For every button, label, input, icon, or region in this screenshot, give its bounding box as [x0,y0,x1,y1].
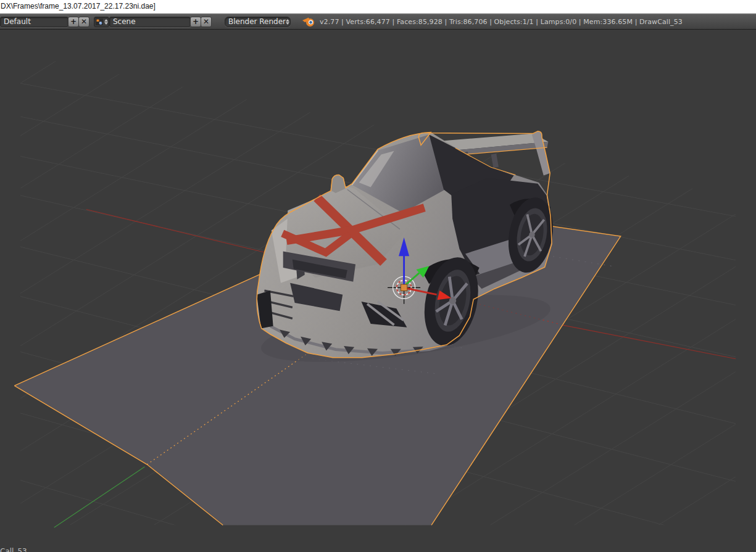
viewport-canvas [0,30,756,552]
close-icon: ✕ [203,18,209,25]
info-header: Default + ✕ Scene + ✕ Blender Render [0,14,756,30]
plus-icon: + [193,18,199,25]
blender-window: DX\Frames\frame_13.07.2017_22.17.23ni.da… [0,0,756,552]
scene-datablock-button[interactable] [94,17,109,27]
dropdown-arrows-icon [286,19,289,25]
screen-layout-icon [96,19,103,25]
plus-icon: + [70,18,77,25]
scene-selector[interactable]: Scene [109,17,191,27]
render-engine-select[interactable]: Blender Render [225,17,291,27]
delete-layout-button[interactable]: ✕ [78,17,89,27]
window-title: DX\Frames\frame_13.07.2017_22.17.23ni.da… [0,0,756,13]
blender-logo-icon [301,17,316,27]
delete-scene-button[interactable]: ✕ [201,17,212,27]
close-icon: ✕ [81,18,87,25]
scene-value: Scene [113,17,136,26]
screen-layout-value: Default [4,17,31,26]
add-layout-button[interactable]: + [68,17,79,27]
add-scene-button[interactable]: + [190,17,201,27]
render-engine-value: Blender Render [228,17,286,26]
viewport-3d[interactable]: Call_53 [0,30,756,552]
title-bar: DX\Frames\frame_13.07.2017_22.17.23ni.da… [0,0,756,14]
scene-statistics: v2.77 | Verts:66,477 | Faces:85,928 | Tr… [320,18,683,26]
dropdown-arrows-icon [104,19,108,25]
screen-layout-selector[interactable]: Default [0,17,69,27]
object-origin [401,284,407,290]
